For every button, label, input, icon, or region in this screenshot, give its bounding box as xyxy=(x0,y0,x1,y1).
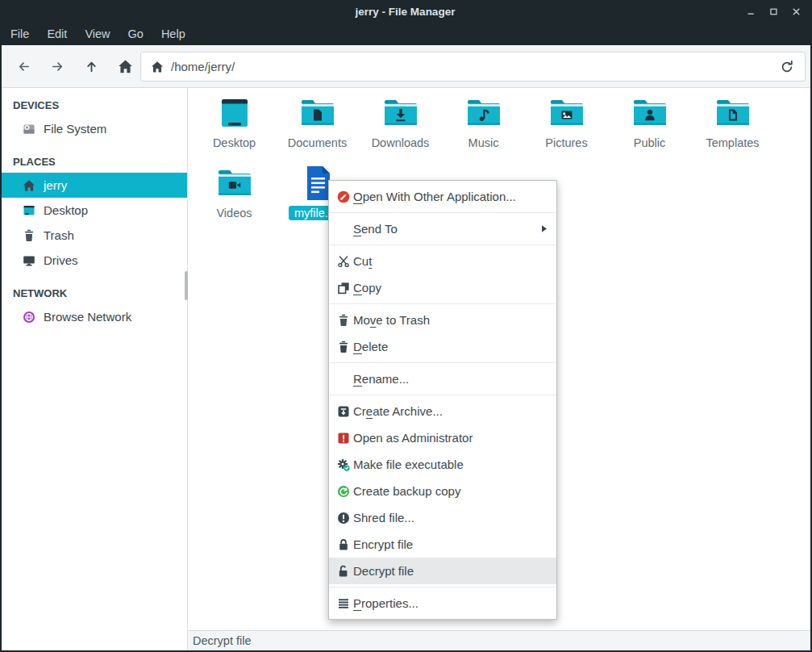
maximize-button[interactable] xyxy=(764,2,783,20)
minimize-button[interactable] xyxy=(741,2,760,20)
copy-icon xyxy=(337,282,350,295)
home-icon xyxy=(151,61,164,73)
context-menu-item-copy[interactable]: Copy xyxy=(329,274,556,301)
drive-icon xyxy=(23,123,35,136)
sidebar-item-label: Desktop xyxy=(44,203,88,217)
context-menu-separator xyxy=(330,395,556,395)
menubar-item-go[interactable]: Go xyxy=(119,24,152,44)
context-menu-item-label: Rename... xyxy=(353,372,409,386)
sidebar-item-desktop[interactable]: Desktop xyxy=(2,198,187,223)
trash-icon xyxy=(337,314,350,327)
context-menu-separator xyxy=(330,212,556,213)
sidebar: DEVICES File System PLACES jerry Desktop… xyxy=(2,88,188,630)
context-menu-item-delete[interactable]: Delete xyxy=(329,333,556,360)
context-menu-item-rename[interactable]: Rename... xyxy=(329,366,556,392)
sidebar-resize-handle[interactable] xyxy=(185,271,188,300)
toolbar: /home/jerry/ xyxy=(2,45,810,88)
titlebar[interactable]: jerry - File Manager xyxy=(0,0,812,23)
arrow-left-icon xyxy=(16,59,31,74)
reload-button[interactable] xyxy=(779,59,795,75)
menubar-item-edit[interactable]: Edit xyxy=(38,24,76,44)
path-input[interactable]: /home/jerry/ xyxy=(171,60,779,73)
sidebar-section-items: Browse Network xyxy=(2,304,187,329)
arrow-right-icon xyxy=(50,59,65,74)
computer-icon xyxy=(23,254,35,267)
desktop-large-icon xyxy=(215,94,254,132)
folder-pictures-icon xyxy=(548,94,586,132)
folder-downloads-icon xyxy=(381,94,420,132)
desktop-mini-icon xyxy=(23,204,35,217)
menubar-item-file[interactable]: File xyxy=(2,24,38,44)
path-bar[interactable]: /home/jerry/ xyxy=(140,52,806,82)
context-menu-item-open-as-administrator[interactable]: Open as Administrator xyxy=(329,424,556,451)
file-item-desktop[interactable]: Desktop xyxy=(193,90,276,160)
context-menu-item-open-with-other-application[interactable]: Open With Other Application... xyxy=(329,183,556,210)
menubar-item-view[interactable]: View xyxy=(76,24,119,44)
shred-icon xyxy=(337,512,350,525)
folder-music-icon xyxy=(464,94,503,132)
sidebar-section-items: jerry Desktop Trash Drives xyxy=(2,173,187,273)
sidebar-item-file-system[interactable]: File System xyxy=(2,116,187,141)
file-item-label: Documents xyxy=(282,136,352,150)
submenu-arrow-icon xyxy=(539,224,548,233)
file-item-pictures[interactable]: Pictures xyxy=(525,90,608,160)
menubar-item-help[interactable]: Help xyxy=(152,24,194,44)
context-menu-item-label: Create backup copy xyxy=(353,484,460,498)
context-menu-item-label: Shred file... xyxy=(353,511,414,525)
file-item-documents[interactable]: Documents xyxy=(276,90,359,160)
context-menu-item-label: Move to Trash xyxy=(353,313,430,327)
sidebar-section-network: NETWORK Browse Network xyxy=(2,282,187,329)
open-with-icon xyxy=(337,190,350,203)
statusbar-left xyxy=(2,630,188,650)
properties-icon xyxy=(337,597,350,610)
sidebar-item-label: jerry xyxy=(44,178,67,192)
network-icon xyxy=(23,311,35,324)
encrypt-icon xyxy=(337,538,350,551)
context-menu-item-label: Create Archive... xyxy=(353,404,443,418)
context-menu-item-make-file-executable[interactable]: Make file executable xyxy=(329,451,556,478)
sidebar-item-label: Trash xyxy=(44,228,74,242)
context-menu-item-shred-file[interactable]: Shred file... xyxy=(329,504,556,531)
sidebar-item-jerry[interactable]: jerry xyxy=(2,173,187,198)
context-menu-item-label: Decrypt file xyxy=(353,564,414,578)
home-icon xyxy=(23,179,35,192)
file-item-label: Downloads xyxy=(366,136,435,150)
sidebar-item-label: Browse Network xyxy=(44,310,131,324)
file-item-public[interactable]: Public xyxy=(608,90,691,160)
context-menu-item-decrypt-file[interactable]: Decrypt file xyxy=(329,558,556,584)
forward-button[interactable] xyxy=(44,52,71,80)
close-button[interactable] xyxy=(786,2,806,20)
context-menu-item-label: Delete xyxy=(353,340,388,353)
trash-dark-icon xyxy=(337,341,350,353)
sidebar-item-browse-network[interactable]: Browse Network xyxy=(2,304,187,329)
context-menu-item-label: Open With Other Application... xyxy=(353,190,516,203)
no-icon xyxy=(337,223,350,236)
context-menu-item-create-archive[interactable]: Create Archive... xyxy=(329,398,556,424)
file-item-music[interactable]: Music xyxy=(442,90,525,160)
file-item-videos[interactable]: Videos xyxy=(193,161,276,230)
file-item-templates[interactable]: Templates xyxy=(691,90,774,160)
context-menu-item-send-to[interactable]: Send To xyxy=(329,215,556,242)
context-menu-item-properties[interactable]: Properties... xyxy=(329,590,556,616)
context-menu: Open With Other Application... Send To C… xyxy=(328,180,557,620)
minimize-icon xyxy=(746,6,756,17)
context-menu-item-label: Properties... xyxy=(353,596,418,610)
sidebar-section-items: File System xyxy=(2,116,187,141)
close-icon xyxy=(791,6,802,17)
context-menu-separator xyxy=(330,362,556,363)
context-menu-item-create-backup-copy[interactable]: Create backup copy xyxy=(329,478,556,504)
context-menu-item-encrypt-file[interactable]: Encrypt file xyxy=(329,531,556,558)
up-button[interactable] xyxy=(77,52,105,80)
sidebar-item-drives[interactable]: Drives xyxy=(2,248,187,273)
sidebar-item-trash[interactable]: Trash xyxy=(2,223,187,248)
window-controls xyxy=(741,2,812,20)
file-item-label: Videos xyxy=(210,206,257,220)
back-button[interactable] xyxy=(10,52,37,80)
trash-icon xyxy=(23,229,35,242)
context-menu-item-move-to-trash[interactable]: Move to Trash xyxy=(329,307,556,333)
file-manager-window: jerry - File Manager FileEditViewGoHelp … xyxy=(0,0,812,652)
folder-templates-icon xyxy=(714,94,752,132)
file-item-downloads[interactable]: Downloads xyxy=(359,90,442,160)
context-menu-item-cut[interactable]: Cut xyxy=(329,248,556,274)
home-button[interactable] xyxy=(111,52,139,80)
